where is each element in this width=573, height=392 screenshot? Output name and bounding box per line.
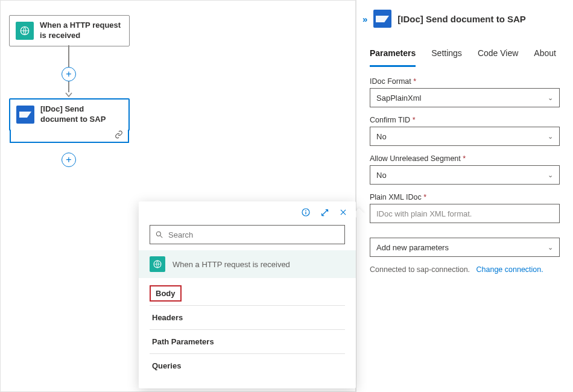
plain-xml-input[interactable]: IDoc with plain XML format. xyxy=(370,204,560,223)
allow-unreleased-select[interactable]: No ⌄ xyxy=(370,165,560,185)
change-connection-link[interactable]: Change connection. xyxy=(476,265,543,274)
add-new-parameters-label: Add new parameters xyxy=(376,243,449,252)
close-icon[interactable] xyxy=(339,208,347,218)
trigger-node-label: When a HTTP request is received xyxy=(40,21,123,41)
http-request-icon xyxy=(150,256,165,272)
svg-point-2 xyxy=(305,210,306,211)
connector-line xyxy=(68,45,69,67)
panel-title: [IDoc] Send document to SAP xyxy=(397,14,526,24)
allow-unreleased-value: No xyxy=(376,171,387,180)
field-label-confirm-tid: Confirm TID * xyxy=(370,116,560,124)
dynamic-content-popover: When a HTTP request is received Body Hea… xyxy=(139,201,356,388)
tab-code-view[interactable]: Code View xyxy=(478,45,518,67)
connection-name: sap-connection. xyxy=(417,265,470,274)
panel-tabs: Parameters Settings Code View About xyxy=(356,45,573,68)
expand-icon[interactable] xyxy=(320,208,329,219)
tab-parameters[interactable]: Parameters xyxy=(370,45,416,67)
content-item-path-parameters[interactable]: Path Parameters xyxy=(150,330,345,354)
http-request-icon xyxy=(16,22,34,40)
sap-icon xyxy=(16,106,34,124)
svg-point-4 xyxy=(156,232,160,236)
dynamic-content-list: Body Headers Path Parameters Queries xyxy=(139,278,356,388)
field-label-allow-unreleased: Allow Unreleased Segment * xyxy=(370,154,560,163)
node-footer xyxy=(10,130,129,143)
field-label-plain-xml: Plain XML IDoc * xyxy=(370,193,560,201)
content-item-body[interactable]: Body xyxy=(150,285,182,302)
connection-link-icon[interactable] xyxy=(115,130,123,141)
panel-header: » [IDoc] Send document to SAP xyxy=(356,0,573,34)
chevron-down-icon: ⌄ xyxy=(548,94,553,102)
add-step-button[interactable]: + xyxy=(62,67,76,81)
confirm-tid-select[interactable]: No ⌄ xyxy=(370,127,560,146)
connection-info: Connected to sap-connection. Change conn… xyxy=(370,265,560,274)
search-input[interactable] xyxy=(168,230,340,239)
idoc-format-select[interactable]: SapPlainXml ⌄ xyxy=(370,88,560,107)
action-node-label: [IDoc] Send document to SAP xyxy=(40,104,122,125)
trigger-node-http-request[interactable]: When a HTTP request is received xyxy=(9,15,130,46)
arrow-down-icon xyxy=(65,91,72,98)
content-item-queries[interactable]: Queries xyxy=(150,354,345,378)
action-config-panel: » [IDoc] Send document to SAP Parameters… xyxy=(356,0,573,392)
chevron-down-icon: ⌄ xyxy=(548,244,553,251)
parameters-form: IDoc Format * SapPlainXml ⌄ Confirm TID … xyxy=(356,68,573,274)
tab-settings[interactable]: Settings xyxy=(431,45,462,67)
content-source-label: When a HTTP request is received xyxy=(173,260,290,269)
idoc-format-value: SapPlainXml xyxy=(376,93,421,103)
sap-icon xyxy=(373,10,391,28)
field-label-idoc-format: IDoc Format * xyxy=(370,77,560,86)
chevron-down-icon: ⌄ xyxy=(548,171,553,179)
svg-rect-3 xyxy=(305,212,306,214)
action-node-send-idoc[interactable]: [IDoc] Send document to SAP xyxy=(9,98,130,131)
add-new-parameters-select[interactable]: Add new parameters ⌄ xyxy=(370,238,560,257)
svg-line-5 xyxy=(160,236,163,238)
collapse-panel-icon[interactable]: » xyxy=(362,14,367,24)
content-source-row[interactable]: When a HTTP request is received xyxy=(139,250,356,278)
info-icon[interactable] xyxy=(301,207,311,219)
popover-toolbar xyxy=(139,201,356,223)
dynamic-content-search[interactable] xyxy=(150,225,345,244)
add-step-button[interactable]: + xyxy=(62,153,76,167)
search-icon xyxy=(155,230,163,239)
content-item-headers[interactable]: Headers xyxy=(150,306,345,330)
confirm-tid-value: No xyxy=(376,132,387,141)
chevron-down-icon: ⌄ xyxy=(548,133,553,141)
tab-about[interactable]: About xyxy=(534,45,556,67)
